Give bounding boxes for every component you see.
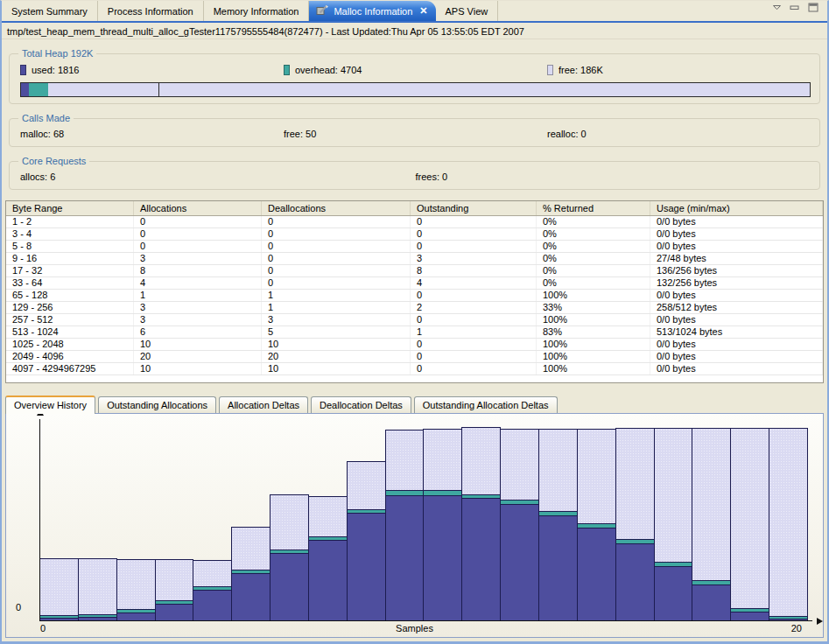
- table-row[interactable]: 17 - 328080%136/256 bytes: [6, 265, 823, 277]
- stat-malloc: malloc: 68: [20, 129, 284, 139]
- free-segment: [309, 497, 347, 536]
- tab-label: Process Information: [108, 6, 193, 17]
- table-cell: 8: [134, 265, 262, 276]
- chart-tab-overview-history[interactable]: Overview History: [5, 396, 95, 414]
- table-cell: 4: [411, 277, 537, 289]
- chart-bar-sample-16: [615, 428, 655, 620]
- header-cell-allocations[interactable]: Allocations: [134, 201, 262, 215]
- table-cell: 0/0 bytes: [650, 290, 823, 301]
- table-cell: 513 - 1024: [6, 326, 134, 338]
- chart-plot-area: [39, 423, 808, 620]
- minimize-icon[interactable]: [790, 4, 800, 11]
- byte-range-table: Byte RangeAllocationsDeallocationsOutsta…: [5, 200, 824, 383]
- legend-item-free: free: 186K: [547, 65, 811, 75]
- chart-bar-sample-19: [730, 428, 769, 620]
- free-segment: [769, 429, 807, 616]
- table-cell: 20: [262, 351, 411, 362]
- core-requests-stats: allocs: 6frees: 0: [20, 170, 811, 183]
- y-axis-tick-0: 0: [16, 602, 21, 612]
- chart-bar-sample-11: [423, 429, 462, 620]
- tab-malloc-information[interactable]: Malloc Information✕: [309, 1, 435, 21]
- tab-process-information[interactable]: Process Information: [98, 1, 204, 21]
- table-cell: 10: [262, 339, 411, 350]
- table-row[interactable]: 9 - 163030%27/48 bytes: [6, 253, 823, 265]
- tab-aps-view[interactable]: APS View: [436, 1, 499, 21]
- table-row[interactable]: 33 - 644040%132/256 bytes: [6, 277, 823, 290]
- table-cell: 0: [411, 216, 537, 228]
- table-row[interactable]: 1 - 20000%0/0 bytes: [6, 216, 823, 228]
- table-row[interactable]: 3 - 40000%0/0 bytes: [6, 228, 823, 241]
- header-cell-usage-min-max[interactable]: Usage (min/max): [650, 201, 823, 215]
- table-cell: 8: [411, 265, 537, 276]
- used-segment: [616, 543, 654, 620]
- heap-bar-band-divider: [158, 83, 159, 96]
- x-axis-tick-20: 20: [791, 623, 802, 634]
- chart-bar-sample-12: [461, 427, 501, 620]
- chart-bar-sample-10: [385, 430, 425, 620]
- table-body: 1 - 20000%0/0 bytes3 - 40000%0/0 bytes5 …: [6, 216, 823, 375]
- chart-bar-sample-9: [347, 461, 386, 620]
- table-cell: 0: [411, 290, 537, 301]
- table-cell: 136/256 bytes: [650, 265, 823, 276]
- heap-bar-used-segment: [21, 83, 29, 96]
- table-cell: 0: [411, 314, 537, 326]
- header-cell-returned[interactable]: % Returned: [537, 201, 650, 215]
- free-segment: [501, 430, 538, 500]
- table-cell: 4: [134, 277, 262, 289]
- stat-allocs: allocs: 6: [20, 172, 416, 182]
- y-axis: [39, 419, 40, 620]
- table-cell: 0/0 bytes: [650, 241, 823, 252]
- table-row[interactable]: 129 - 25631233%258/512 bytes: [6, 302, 823, 314]
- table-row[interactable]: 513 - 102465183%513/1024 bytes: [6, 326, 823, 339]
- used-segment: [193, 590, 231, 620]
- free-segment: [270, 495, 308, 550]
- chart-bar-sample-5: [193, 560, 232, 620]
- chart-bar-sample-8: [308, 496, 348, 620]
- table-row[interactable]: 65 - 128110100%0/0 bytes: [6, 290, 823, 302]
- used-segment: [232, 573, 270, 620]
- table-cell: 4097 - 4294967295: [6, 363, 134, 374]
- group-core-requests: Core Requests allocs: 6frees: 0: [9, 161, 820, 190]
- view-menu-icon[interactable]: [772, 4, 782, 10]
- chart-tab-outstanding-allocation-deltas[interactable]: Outstanding Allocation Deltas: [414, 396, 558, 413]
- header-cell-outstanding[interactable]: Outstanding: [411, 201, 537, 215]
- free-segment: [616, 429, 654, 539]
- free-segment: [79, 559, 116, 614]
- maximize-icon[interactable]: [808, 3, 818, 12]
- heap-bar-free-segment: [48, 83, 810, 96]
- free-segment: [386, 430, 424, 490]
- table-cell: 0/0 bytes: [650, 228, 823, 240]
- header-cell-byte-range[interactable]: Byte Range: [6, 201, 134, 215]
- free-segment: [193, 561, 231, 586]
- table-row[interactable]: 2049 - 409620200100%0/0 bytes: [6, 351, 823, 363]
- table-cell: 100%: [537, 290, 650, 301]
- chart-tab-allocation-deltas[interactable]: Allocation Deltas: [219, 396, 308, 413]
- used-segment: [539, 515, 577, 620]
- chart-tab-outstanding-allocations[interactable]: Outstanding Allocations: [98, 396, 216, 413]
- used-segment: [386, 495, 424, 620]
- used-segment: [578, 528, 615, 620]
- stat-frees: frees: 0: [416, 172, 811, 182]
- header-cell-deallocations[interactable]: Deallocations: [262, 201, 411, 215]
- tab-system-summary[interactable]: System Summary: [2, 1, 98, 21]
- chart-bars: [39, 423, 808, 620]
- table-row[interactable]: 1025 - 204810100100%0/0 bytes: [6, 339, 823, 351]
- chart-tab-deallocation-deltas[interactable]: Deallocation Deltas: [311, 396, 411, 413]
- table-cell: 0: [411, 241, 537, 252]
- table-row[interactable]: 5 - 80000%0/0 bytes: [6, 241, 823, 253]
- table-cell: 1 - 2: [6, 216, 134, 228]
- heap-bar-overhead-segment: [29, 83, 48, 96]
- table-cell: 257 - 512: [6, 314, 134, 326]
- table-cell: 0: [411, 351, 537, 362]
- table-cell: 3: [134, 314, 262, 326]
- table-row[interactable]: 257 - 512330100%0/0 bytes: [6, 314, 823, 326]
- table-cell: 65 - 128: [6, 290, 134, 301]
- table-row[interactable]: 4097 - 429496729510100100%0/0 bytes: [6, 363, 823, 375]
- legend-swatch-free: [547, 65, 553, 75]
- close-icon[interactable]: ✕: [419, 5, 427, 17]
- tab-memory-information[interactable]: Memory Information: [204, 1, 310, 21]
- chart-bar-sample-18: [692, 428, 731, 620]
- group-calls-made: Calls Made malloc: 68free: 50realloc: 0: [9, 118, 820, 147]
- table-cell: 0: [134, 228, 262, 240]
- used-segment: [655, 566, 692, 620]
